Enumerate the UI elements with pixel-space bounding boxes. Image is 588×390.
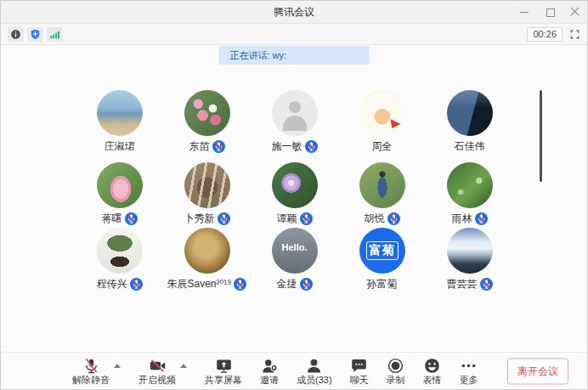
close-button[interactable]: [570, 7, 580, 17]
toolbar-label: 解除静音: [72, 375, 110, 385]
participant-name: 谭颖: [277, 212, 297, 226]
participant-tile[interactable]: 卜秀新: [163, 162, 251, 228]
toolbar-label: 开启视频: [139, 375, 176, 385]
muted-mic-badge-icon: [234, 278, 246, 291]
muted-mic-badge-icon: [130, 278, 143, 291]
muted-mic-badge-icon: [475, 212, 488, 225]
toolbar-chat-button[interactable]: 聊天: [350, 357, 369, 385]
security-button[interactable]: [27, 27, 43, 42]
window-controls: [519, 1, 580, 23]
participant-tile[interactable]: 周全: [338, 90, 426, 162]
participant-tile[interactable]: 程传兴: [76, 228, 163, 297]
participant-name: 东苗: [189, 139, 210, 154]
camera-off-icon: [149, 357, 167, 375]
toolbar-more-button[interactable]: 更多: [460, 357, 478, 385]
participant-tile[interactable]: 富菊孙富菊: [338, 228, 426, 297]
participant-tile[interactable]: 谭颖: [251, 162, 338, 228]
invite-icon: [261, 357, 279, 375]
maximize-button[interactable]: [545, 7, 555, 17]
participant-tile[interactable]: 石佳伟: [426, 90, 513, 162]
muted-mic-badge-icon: [480, 278, 493, 291]
window-title: 腾讯会议: [274, 5, 314, 20]
participant-name: 胡悦: [365, 212, 385, 226]
toolbar-emoji-button[interactable]: 表情: [423, 357, 442, 385]
mic-off-icon: [82, 357, 100, 375]
network-signal-icon: [49, 29, 60, 40]
shield-icon: [30, 29, 41, 40]
avatar: [97, 90, 143, 136]
toolbar-label: 表情: [423, 375, 442, 385]
toolbar-share-screen-button[interactable]: 共享屏幕: [205, 357, 242, 385]
toolbar: 解除静音开启视频共享屏幕邀请成员(33)聊天录制表情更多 离开会议: [1, 352, 587, 389]
toolbar-label: 成员(33): [297, 375, 332, 385]
toolbar-camera-off-button[interactable]: 开启视频: [139, 357, 176, 385]
participant-tile[interactable]: 朱辰Saven²⁰¹⁹: [163, 228, 251, 297]
muted-mic-badge-icon: [125, 212, 138, 225]
participant-tile[interactable]: Hello.金捷: [251, 228, 338, 297]
participant-name: 朱辰Saven²⁰¹⁹: [167, 277, 232, 291]
participant-name: 庄淑珺: [105, 139, 135, 154]
toolbar-members-button[interactable]: 成员(33): [297, 357, 332, 385]
participant-name: 蒋曙: [102, 212, 122, 226]
participant-grid: 庄淑珺东苗施一敏周全石佳伟蒋曙卜秀新谭颖胡悦雨林程传兴朱辰Saven²⁰¹⁹He…: [76, 90, 514, 297]
participant-tile[interactable]: 蒋曙: [76, 162, 163, 228]
fullscreen-button[interactable]: [569, 29, 580, 40]
leave-meeting-button[interactable]: 离开会议: [507, 358, 568, 384]
participant-tile[interactable]: 雨林: [426, 162, 513, 228]
toolbar-label: 邀请: [260, 375, 279, 385]
participant-name: 卜秀新: [184, 212, 215, 226]
toolbar-label: 更多: [460, 375, 478, 385]
avatar: [97, 228, 143, 274]
toolbar-invite-button[interactable]: 邀请: [260, 357, 279, 385]
muted-mic-badge-icon: [212, 140, 225, 153]
participant-tile[interactable]: 胡悦: [338, 162, 426, 228]
avatar: [359, 90, 405, 136]
chevron-up-icon[interactable]: [180, 364, 187, 368]
participant-name: 石佳伟: [455, 139, 485, 154]
minimize-button[interactable]: [519, 7, 529, 17]
avatar: [272, 90, 318, 136]
participant-name: 曹芸芸: [447, 277, 478, 291]
participant-tile[interactable]: 曹芸芸: [426, 228, 513, 297]
record-icon: [387, 357, 404, 375]
avatar-text: 富菊: [366, 241, 399, 260]
chevron-up-icon[interactable]: [114, 364, 121, 368]
avatar: [184, 162, 230, 208]
participant-name: 孙富菊: [367, 277, 398, 291]
toolbar-label: 录制: [387, 375, 405, 385]
avatar: [272, 162, 318, 208]
toolbar-label: 共享屏幕: [205, 375, 242, 385]
toolbar-items: 解除静音开启视频共享屏幕邀请成员(33)聊天录制表情更多: [72, 357, 478, 385]
meeting-info-button[interactable]: [8, 27, 24, 42]
toolbar-mic-off-button[interactable]: 解除静音: [72, 357, 110, 385]
participant-name: 施一敏: [272, 139, 302, 154]
participant-name: 金捷: [277, 277, 297, 291]
muted-mic-badge-icon: [300, 278, 313, 291]
participant-name: 周全: [372, 139, 393, 154]
fullscreen-icon: [569, 29, 580, 40]
participant-name: 程传兴: [97, 277, 127, 291]
statusbar: 00:26: [1, 24, 587, 45]
participant-tile[interactable]: 施一敏: [251, 90, 338, 162]
avatar: [447, 228, 493, 274]
avatar: [97, 162, 143, 208]
network-status-button[interactable]: [47, 27, 63, 42]
muted-mic-badge-icon: [387, 212, 400, 225]
avatar: [184, 90, 230, 136]
emoji-icon: [423, 357, 441, 375]
titlebar: 腾讯会议: [1, 1, 587, 24]
muted-mic-badge-icon: [300, 212, 313, 225]
toolbar-label: 聊天: [350, 375, 369, 385]
avatar: [447, 162, 493, 208]
more-icon: [460, 357, 478, 375]
participant-tile[interactable]: 东苗: [163, 90, 251, 162]
scrollbar-thumb[interactable]: [540, 90, 542, 182]
toolbar-record-button[interactable]: 录制: [387, 357, 405, 385]
participant-tile[interactable]: 庄淑珺: [76, 90, 163, 162]
muted-mic-badge-icon: [305, 140, 318, 153]
chat-icon: [350, 357, 368, 375]
meeting-timer: 00:26: [527, 27, 563, 42]
speaking-banner: 正在讲话: wy:: [219, 46, 370, 65]
members-icon: [305, 357, 323, 375]
share-screen-icon: [215, 357, 233, 375]
